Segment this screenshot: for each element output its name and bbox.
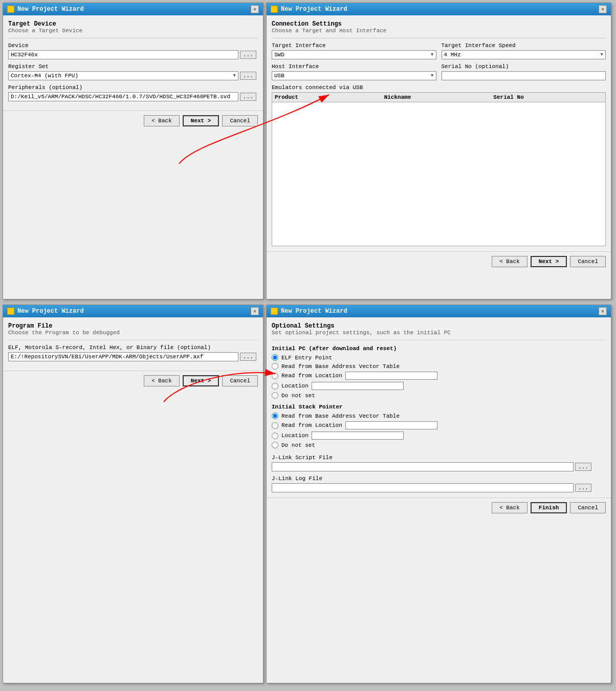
initial-pc-label: Initial PC (after download and reset) [272,346,606,352]
radio-read-location-label: Read from Location [281,373,342,379]
radio-elf-entry-input[interactable] [272,354,278,361]
radio-elf-entry-label: ELF Entry Point [281,355,332,361]
serial-no-input[interactable] [442,71,606,80]
target-interface-group: Target Interface SWD ▼ [272,42,436,59]
cancel-button[interactable]: Cancel [570,256,606,267]
radio-sp-do-not-set: Do not set [272,442,606,448]
file-label: ELF, Motorola S-record, Intel Hex, or Bi… [8,344,258,351]
peripherals-field-group: Peripherals (optional) ... [8,84,258,101]
back-button[interactable]: < Back [492,256,527,267]
back-button[interactable]: < Back [144,375,180,386]
register-set-label: Register Set [8,63,258,70]
close-button[interactable]: ✕ [599,5,607,13]
close-button[interactable]: ✕ [251,307,259,315]
chevron-down-icon: ▼ [233,73,236,78]
close-button[interactable]: ✕ [251,5,259,13]
initial-pc-radio-group: ELF Entry Point Read from Base Address V… [272,354,606,399]
cancel-button[interactable]: Cancel [222,115,258,126]
title-bar-bottom-right: New Project Wizard ✕ [267,305,611,317]
radio-do-not-set-pc-label: Do not set [281,393,315,399]
file-input[interactable] [8,352,238,361]
section-title: Program File [8,322,258,330]
host-interface-label: Host Interface [272,63,436,70]
jlink-script-group: J-Link Script File ... [272,455,606,471]
target-speed-value: 4 MHz [444,52,461,58]
window-title: New Project Wizard [281,308,347,315]
section-subtitle: Choose a Target and Host Interface [272,28,606,34]
program-file-group: ELF, Motorola S-record, Intel Hex, or Bi… [8,344,258,361]
section-title: Target Device [8,20,258,28]
target-device-window: New Project Wizard ✕ Target Device Choos… [3,3,263,299]
read-location-input[interactable] [345,372,437,380]
serial-no-label: Serial No (optional) [442,63,606,70]
jlink-log-label: J-Link Log File [272,476,606,482]
sp-location-input[interactable] [312,431,404,440]
file-browse-button[interactable]: ... [240,353,256,361]
footer-buttons-bottom-right: < Back Finish Cancel [267,498,611,517]
next-button[interactable]: Next > [183,115,219,126]
cancel-button[interactable]: Cancel [222,375,258,386]
title-bar-top-left: New Project Wizard ✕ [3,3,263,15]
device-label: Device [8,42,258,49]
jlink-script-browse-button[interactable]: ... [575,463,591,471]
jlink-script-label: J-Link Script File [272,455,606,461]
optional-settings-window: New Project Wizard ✕ Optional Settings S… [266,305,611,683]
radio-read-location-input[interactable] [272,373,278,379]
radio-do-not-set-pc: Do not set [272,392,606,399]
host-interface-value: USB [274,73,284,79]
target-speed-group: Target Interface Speed 4 MHz ▼ [442,42,606,59]
radio-base-vector-input[interactable] [272,363,278,370]
radio-location-input[interactable] [272,383,278,390]
jlink-log-input[interactable] [272,483,574,492]
radio-sp-base-vector-label: Read from Base Address Vector Table [281,413,400,419]
emulator-table: Product Nickname Serial No [272,92,606,246]
host-interface-dropdown[interactable]: USB ▼ [272,71,436,80]
register-set-browse-button[interactable]: ... [240,72,256,80]
sp-read-location-input[interactable] [345,421,437,429]
radio-base-vector-label: Read from Base Address Vector Table [281,363,400,370]
location-input[interactable] [312,382,404,390]
radio-sp-read-location: Read from Location [272,421,606,429]
radio-sp-read-location-input[interactable] [272,422,278,429]
next-button[interactable]: Next > [531,256,567,267]
window-title: New Project Wizard [281,6,347,13]
window-title: New Project Wizard [17,6,84,13]
footer-buttons-top-left: < Back Next > Cancel [3,111,263,131]
chevron-down-icon: ▼ [431,52,433,57]
section-subtitle: Set optional project settings, such as t… [272,330,606,336]
radio-sp-location-input[interactable] [272,433,278,439]
next-button[interactable]: Next > [183,375,219,386]
col-serial-header: Serial No [493,94,603,100]
back-button[interactable]: < Back [144,115,180,126]
window-icon [271,308,278,315]
back-button[interactable]: < Back [492,502,527,513]
peripherals-input[interactable] [8,92,238,101]
radio-location: Location [272,382,606,390]
target-interface-dropdown[interactable]: SWD ▼ [272,50,436,59]
jlink-log-group: J-Link Log File ... [272,476,606,492]
device-browse-button[interactable]: ... [240,51,256,59]
peripherals-browse-button[interactable]: ... [240,93,256,101]
register-set-dropdown[interactable]: Cortex-M4 (with FPU) ▼ [8,71,238,80]
target-speed-dropdown[interactable]: 4 MHz ▼ [442,50,606,59]
section-subtitle: Choose a Target Device [8,28,258,34]
footer-buttons-top-right: < Back Next > Cancel [267,251,611,271]
radio-sp-base-vector-input[interactable] [272,413,278,419]
footer-buttons-bottom-left: < Back Next > Cancel [3,371,263,391]
section-title: Optional Settings [272,322,606,330]
radio-sp-do-not-set-input[interactable] [272,442,278,448]
host-interface-group: Host Interface USB ▼ [272,63,436,80]
cancel-button[interactable]: Cancel [570,502,606,513]
finish-button[interactable]: Finish [531,502,567,513]
close-button[interactable]: ✕ [599,307,607,315]
radio-sp-read-location-label: Read from Location [281,422,342,428]
target-interface-value: SWD [274,52,284,58]
device-input[interactable] [8,50,238,59]
radio-elf-entry: ELF Entry Point [272,354,606,361]
section-subtitle: Choose the Program to be debugged [8,330,258,336]
radio-sp-base-vector: Read from Base Address Vector Table [272,413,606,419]
chevron-down-icon: ▼ [431,73,433,78]
jlink-log-browse-button[interactable]: ... [575,484,591,492]
jlink-script-input[interactable] [272,462,574,471]
radio-do-not-set-pc-input[interactable] [272,392,278,399]
